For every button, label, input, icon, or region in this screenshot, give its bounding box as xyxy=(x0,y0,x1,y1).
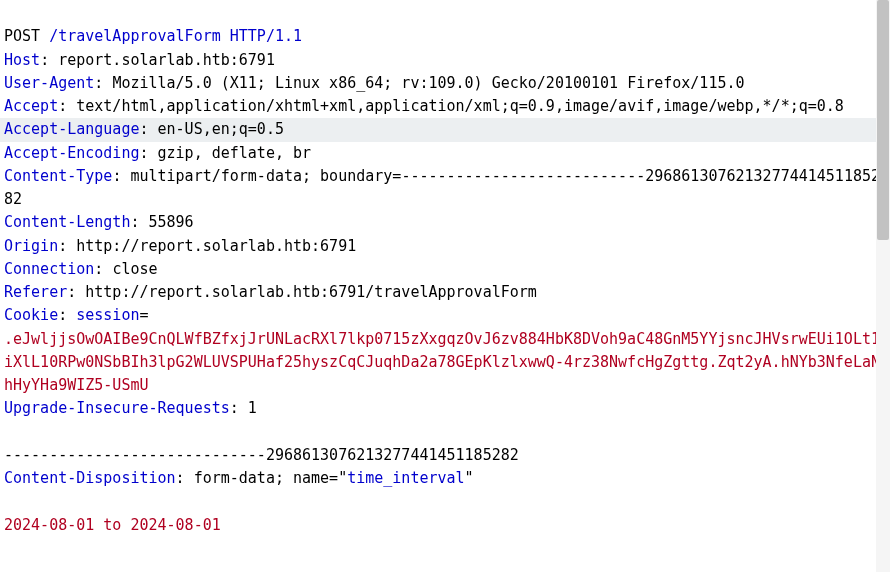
form-value-time-interval: 2024-08-01 to 2024-08-01 xyxy=(4,516,221,534)
sep: : xyxy=(139,120,157,138)
sep: : xyxy=(112,167,130,185)
equals: = xyxy=(139,306,148,324)
boundary-dashes: --------------------------- xyxy=(401,167,645,185)
header-accept-encoding-value: gzip, deflate, br xyxy=(158,144,312,162)
header-content-length-name: Content-Length xyxy=(4,213,130,231)
request-method: POST xyxy=(4,27,40,45)
sep: : xyxy=(58,306,76,324)
scrollbar-thumb[interactable] xyxy=(877,0,889,240)
header-content-length-value: 55896 xyxy=(149,213,194,231)
header-origin-name: Origin xyxy=(4,237,58,255)
form-param-name: time_interval xyxy=(347,469,464,487)
sep: : xyxy=(230,399,248,417)
sep: : xyxy=(67,283,85,301)
header-referer-value: http://report.solarlab.htb:6791/travelAp… xyxy=(85,283,537,301)
header-origin-value: http://report.solarlab.htb:6791 xyxy=(76,237,356,255)
http-request-viewer: POST /travelApprovalForm HTTP/1.1 Host: … xyxy=(0,0,890,539)
header-upgrade-name: Upgrade-Insecure-Requests xyxy=(4,399,230,417)
header-content-type-name: Content-Type xyxy=(4,167,112,185)
sep: : xyxy=(58,97,76,115)
body-boundary-dashes: ----------------------------- xyxy=(4,446,266,464)
header-host-value: report.solarlab.htb:6791 xyxy=(58,51,275,69)
header-ua-value: Mozilla/5.0 (X11; Linux x86_64; rv:109.0… xyxy=(112,74,744,92)
content-disposition-name: Content-Disposition xyxy=(4,469,176,487)
sep: : xyxy=(58,237,76,255)
cookie-session-value: .eJwljjsOwOAIBe9CnQLWfBZfxjJrUNLacRXl7lk… xyxy=(4,330,880,395)
body-boundary-id: 296861307621327744145118528​2 xyxy=(266,446,519,464)
sep: : xyxy=(94,260,112,278)
sep: : xyxy=(40,51,58,69)
header-accept-value: text/html,application/xhtml+xml,applicat… xyxy=(76,97,844,115)
header-cookie-name: Cookie xyxy=(4,306,58,324)
header-accept-language-name: Accept-Language xyxy=(4,120,139,138)
content-disposition-mid: : form-data; name=" xyxy=(176,469,348,487)
header-accept-encoding-name: Accept-Encoding xyxy=(4,144,139,162)
header-ua-name: User-Agent xyxy=(4,74,94,92)
header-referer-name: Referer xyxy=(4,283,67,301)
highlighted-line[interactable]: Accept-Language: en-US,en;q=0.5 xyxy=(0,118,890,141)
header-accept-language-value: en-US,en;q=0.5 xyxy=(158,120,284,138)
header-upgrade-value: 1 xyxy=(248,399,257,417)
sep: : xyxy=(139,144,157,162)
sep: : xyxy=(94,74,112,92)
request-protocol: HTTP/1.1 xyxy=(230,27,302,45)
sep: : xyxy=(130,213,148,231)
request-path: /travelApprovalForm xyxy=(49,27,221,45)
header-connection-name: Connection xyxy=(4,260,94,278)
cookie-session-key: session xyxy=(76,306,139,324)
vertical-scrollbar[interactable] xyxy=(876,0,890,572)
content-disposition-suffix: " xyxy=(465,469,474,487)
header-host-name: Host xyxy=(4,51,40,69)
header-connection-value: close xyxy=(112,260,157,278)
header-accept-name: Accept xyxy=(4,97,58,115)
header-content-type-value-prefix: multipart/form-data; boundary= xyxy=(130,167,401,185)
